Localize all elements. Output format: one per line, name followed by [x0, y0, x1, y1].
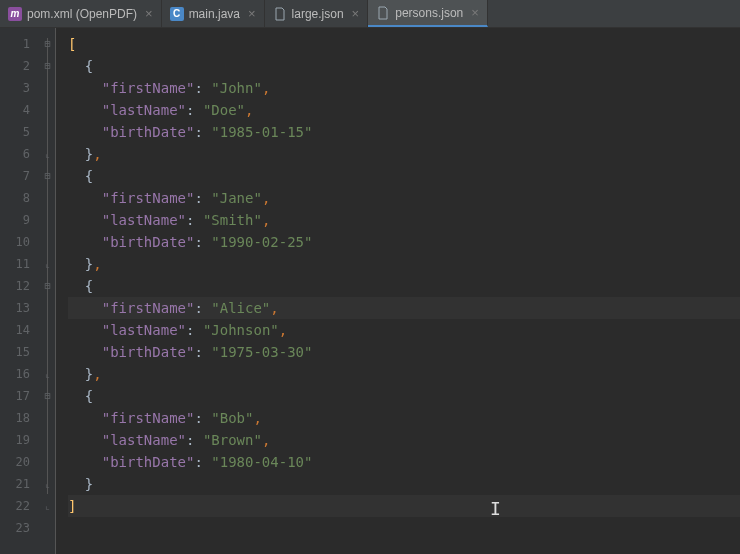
maven-icon: m — [8, 7, 22, 21]
fold-end-icon: ⌞ — [40, 473, 55, 495]
tab-label: main.java — [189, 7, 240, 21]
fold-end-icon: ⌞ — [40, 143, 55, 165]
editor[interactable]: 123 456 789 101112 131415 161718 192021 … — [0, 28, 740, 554]
close-icon[interactable]: × — [248, 6, 256, 21]
json-file-icon — [273, 7, 287, 21]
tab-bar: m pom.xml (OpenPDF) × C main.java × larg… — [0, 0, 740, 28]
fold-marker-icon[interactable]: ⊟ — [40, 165, 55, 187]
java-class-icon: C — [170, 7, 184, 21]
fold-marker-icon[interactable]: ⊟ — [40, 385, 55, 407]
code-area[interactable]: [ { "firstName": "John", "lastName": "Do… — [56, 28, 740, 554]
fold-marker-icon[interactable]: ⊟ — [40, 33, 55, 55]
fold-marker-icon[interactable]: ⊟ — [40, 275, 55, 297]
line-number-gutter: 123 456 789 101112 131415 161718 192021 … — [0, 28, 40, 554]
tab-label: pom.xml (OpenPDF) — [27, 7, 137, 21]
json-file-icon — [376, 6, 390, 20]
tab-label: large.json — [292, 7, 344, 21]
fold-end-icon: ⌞ — [40, 253, 55, 275]
close-icon[interactable]: × — [352, 6, 360, 21]
tab-main-java[interactable]: C main.java × — [162, 0, 265, 27]
close-icon[interactable]: × — [145, 6, 153, 21]
fold-gutter: ⊟ ⊟ ⌞ ⊟ ⌞ ⊟ ⌞ ⊟ ⌞ ⌞ — [40, 28, 56, 554]
fold-end-icon: ⌞ — [40, 495, 55, 517]
tab-pom-xml[interactable]: m pom.xml (OpenPDF) × — [0, 0, 162, 27]
fold-marker-icon[interactable]: ⊟ — [40, 55, 55, 77]
fold-end-icon: ⌞ — [40, 363, 55, 385]
tab-label: persons.json — [395, 6, 463, 20]
tab-large-json[interactable]: large.json × — [265, 0, 369, 27]
tab-persons-json[interactable]: persons.json × — [368, 0, 488, 27]
close-icon[interactable]: × — [471, 5, 479, 20]
